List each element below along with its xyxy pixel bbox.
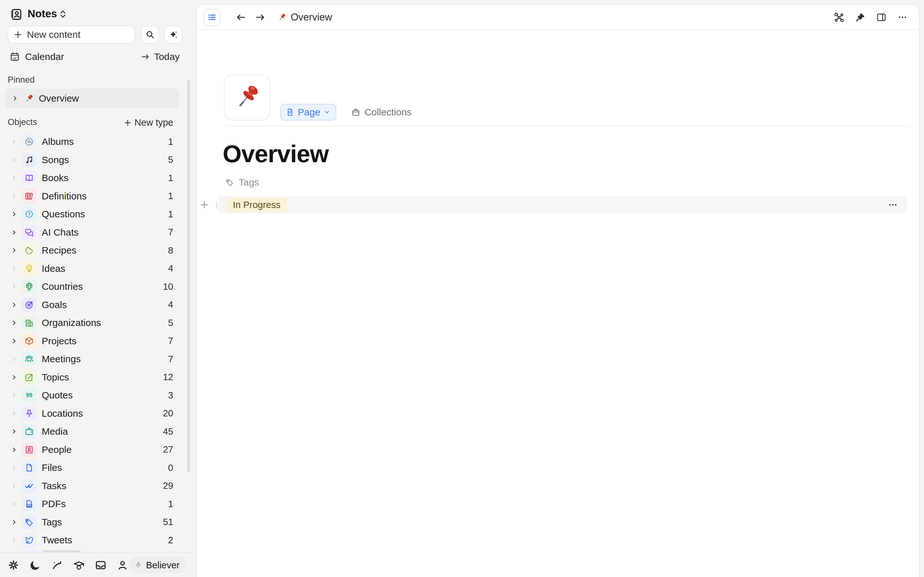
more-options-icon[interactable] [887, 199, 898, 210]
chevron-right-icon[interactable] [12, 95, 18, 102]
sidebar-item-count: 1 [168, 173, 173, 183]
sidebar-item-quotes[interactable]: 99Quotes3 [5, 387, 188, 404]
sidebar-item-ideas[interactable]: Ideas4 [5, 260, 188, 277]
ai-button[interactable] [164, 26, 182, 44]
inbox-icon[interactable] [95, 559, 107, 571]
pinned-section-label: Pinned [8, 75, 35, 85]
chevron-right-icon[interactable] [11, 446, 17, 453]
calendar-icon: 12 [10, 52, 20, 62]
more-options-icon[interactable] [897, 12, 908, 23]
chevron-right-icon[interactable] [11, 537, 17, 543]
sidebar-scrollbar[interactable] [187, 79, 190, 472]
sidebar-item-definitions[interactable]: Definitions1 [5, 188, 188, 205]
sidebar-item-label: Goals [42, 300, 67, 310]
dark-mode-moon-icon[interactable] [29, 559, 41, 571]
new-content-label: New content [27, 29, 81, 40]
space-switcher-chevrons-icon[interactable] [58, 9, 68, 19]
breadcrumb[interactable]: Overview [277, 11, 332, 23]
calendar-row[interactable]: 12 Calendar Today [0, 49, 196, 65]
search-icon [145, 30, 155, 39]
chevron-right-icon[interactable] [11, 410, 17, 417]
chevron-right-icon[interactable] [11, 175, 17, 181]
chevron-right-icon[interactable] [11, 139, 17, 145]
chevron-right-icon[interactable] [11, 266, 17, 272]
sidebar-item-locations[interactable]: Locations20 [5, 405, 188, 422]
whats-new-icon[interactable] [51, 559, 63, 571]
sidebar-item-songs[interactable]: Songs5 [5, 152, 188, 168]
collections-button[interactable]: Collections [351, 107, 412, 118]
sidebar-item-count: 7 [168, 227, 173, 237]
sidebar-item-people[interactable]: People27 [5, 442, 188, 458]
chevron-right-icon[interactable] [11, 284, 17, 290]
sidebar-item-books[interactable]: Books1 [5, 169, 188, 186]
sidebar-item-countries[interactable]: Countries10 [5, 278, 188, 295]
space-icon[interactable] [10, 8, 23, 21]
chevron-right-icon[interactable] [11, 301, 17, 308]
search-button[interactable] [141, 26, 159, 44]
collections-label: Collections [365, 107, 412, 118]
new-content-button[interactable]: New content [8, 26, 136, 44]
chevron-right-icon[interactable] [11, 501, 17, 507]
sidebar-item-topics[interactable]: Topics12 [5, 369, 188, 386]
sidebar-item-pdfs[interactable]: PDFPDFs1 [5, 496, 188, 512]
plan-badge[interactable]: Believer [129, 557, 187, 573]
profile-icon[interactable] [116, 559, 129, 571]
sidebar-item-goals[interactable]: Goals4 [5, 297, 188, 313]
new-type-button[interactable]: New type [124, 117, 173, 128]
sidebar-item-ai-chats[interactable]: AI Chats7 [5, 224, 188, 241]
back-button[interactable] [236, 12, 246, 23]
page-title[interactable]: Overview [223, 140, 328, 168]
sidebar-item-recipes[interactable]: Recipes8 [5, 242, 188, 259]
chevron-right-icon[interactable] [11, 211, 17, 218]
forward-button[interactable] [255, 12, 266, 23]
split-view-icon[interactable] [876, 12, 887, 23]
tags-row[interactable]: Tags [225, 177, 259, 188]
pinoutline-icon [22, 406, 37, 421]
chevron-right-icon[interactable] [11, 374, 17, 380]
chevron-right-icon[interactable] [11, 428, 17, 435]
list-view-button[interactable] [204, 9, 220, 26]
page-type-chip[interactable]: Page [280, 104, 336, 121]
settings-gear-icon[interactable] [7, 559, 19, 571]
chevron-right-icon[interactable] [11, 319, 17, 326]
page-icon-tile[interactable] [224, 74, 270, 121]
cd-icon [22, 134, 37, 149]
chevron-right-icon[interactable] [11, 519, 17, 525]
status-tag-label: In Progress [233, 200, 280, 210]
today-link[interactable]: Today [154, 51, 180, 62]
sidebar-item-files[interactable]: Files0 [5, 459, 188, 476]
chevron-right-icon[interactable] [11, 392, 17, 398]
chevron-right-icon[interactable] [11, 157, 17, 163]
chevron-right-icon[interactable] [11, 193, 17, 199]
status-tag[interactable]: In Progress [226, 198, 287, 212]
sidebar-item-projects[interactable]: Projects7 [5, 333, 188, 350]
sidebar-item-tweets[interactable]: Tweets2 [5, 532, 188, 548]
chevron-right-icon[interactable] [11, 229, 17, 235]
sidebar-item-albums[interactable]: Albums1 [5, 133, 188, 150]
add-block-icon[interactable] [200, 200, 209, 210]
status-block-row[interactable]: In Progress [218, 196, 907, 213]
chevron-right-icon[interactable] [11, 247, 17, 253]
chevron-right-icon[interactable] [11, 483, 17, 489]
pdf-icon: PDF [22, 496, 37, 511]
pin-icon[interactable] [855, 12, 866, 23]
sidebar-item-tasks[interactable]: Tasks29 [5, 478, 188, 494]
sidebar-item-overview[interactable]: Overview [5, 89, 179, 108]
sidebar-item-tags[interactable]: Tags51 [5, 514, 188, 530]
sidebar-item-count: 1 [168, 209, 173, 219]
sidebar-item-label: Files [42, 462, 62, 473]
building-icon [22, 316, 37, 330]
sidebar-item-media[interactable]: Media45 [5, 423, 188, 440]
chevron-right-icon[interactable] [11, 356, 17, 362]
sidebar-item-questions[interactable]: ?Questions1 [5, 206, 188, 222]
academy-icon[interactable] [73, 559, 85, 571]
tag-icon [225, 178, 234, 187]
chevron-right-icon[interactable] [11, 338, 17, 344]
sidebar-item-count: 4 [168, 300, 173, 310]
sidebar-item-count: 10 [163, 282, 173, 292]
chevron-right-icon[interactable] [11, 464, 17, 471]
sidebar-item-organizations[interactable]: Organizations5 [5, 314, 188, 331]
sidebar-item-meetings[interactable]: Meetings7 [5, 351, 188, 367]
graph-view-icon[interactable] [834, 12, 845, 23]
space-title[interactable]: Notes [27, 8, 57, 20]
